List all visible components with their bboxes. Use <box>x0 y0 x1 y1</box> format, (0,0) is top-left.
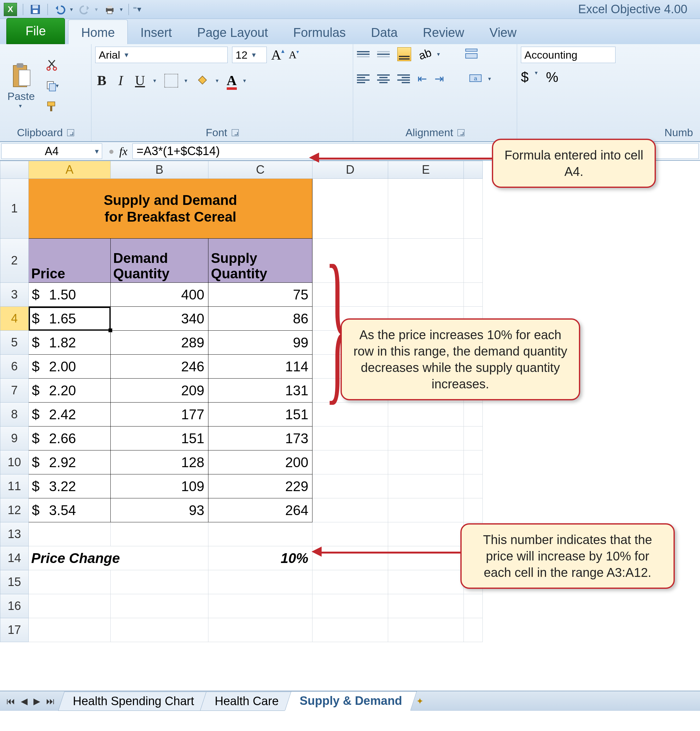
cell[interactable] <box>312 239 388 283</box>
cell[interactable] <box>111 618 209 642</box>
cell[interactable]: $ 1.82 <box>29 331 111 355</box>
decrease-font-icon[interactable]: A▾ <box>289 49 299 61</box>
print-dropdown-icon[interactable]: ▾ <box>120 6 123 13</box>
cell[interactable]: 177 <box>111 402 209 427</box>
cell[interactable] <box>312 179 388 239</box>
cell[interactable] <box>209 522 312 546</box>
cell[interactable]: 340 <box>111 307 209 331</box>
row-header[interactable]: 12 <box>0 498 29 522</box>
col-header-b[interactable]: B <box>111 161 209 179</box>
cell[interactable]: 151 <box>111 427 209 451</box>
cell[interactable] <box>464 427 483 451</box>
cell[interactable] <box>388 618 464 642</box>
cut-icon[interactable] <box>44 57 60 73</box>
cell[interactable]: 128 <box>111 451 209 474</box>
tab-nav-next-icon[interactable]: ▶ <box>32 695 42 708</box>
borders-icon[interactable] <box>164 74 178 88</box>
cell[interactable]: 151 <box>209 402 312 427</box>
align-top-icon[interactable] <box>357 51 369 57</box>
title-cell[interactable]: Supply and Demandfor Breakfast Cereal <box>29 179 312 239</box>
cell[interactable] <box>388 546 464 570</box>
font-dialog-launcher-icon[interactable] <box>232 129 239 136</box>
row-header[interactable]: 4 <box>0 307 29 331</box>
cell[interactable]: $ 2.66 <box>29 427 111 451</box>
tab-nav-prev-icon[interactable]: ◀ <box>19 695 29 708</box>
cell[interactable]: 173 <box>209 427 312 451</box>
cell[interactable] <box>29 522 111 546</box>
sheet-tab-supply-demand[interactable]: Supply & Demand <box>285 691 417 711</box>
cell[interactable] <box>312 618 388 642</box>
cell[interactable] <box>29 594 111 618</box>
borders-dropdown-icon[interactable]: ▾ <box>184 77 187 84</box>
clipboard-dialog-launcher-icon[interactable] <box>67 129 74 136</box>
cell[interactable] <box>209 618 312 642</box>
cell[interactable] <box>29 570 111 594</box>
cell[interactable] <box>388 239 464 283</box>
cell[interactable]: $ 2.00 <box>29 355 111 379</box>
undo-dropdown-icon[interactable]: ▾ <box>70 6 73 13</box>
cell[interactable] <box>312 498 388 522</box>
cell[interactable] <box>464 239 483 283</box>
bold-button[interactable]: B <box>95 72 108 88</box>
cell[interactable] <box>111 522 209 546</box>
cell[interactable]: 264 <box>209 498 312 522</box>
cell[interactable]: 229 <box>209 474 312 498</box>
cell[interactable]: 114 <box>209 355 312 379</box>
cell[interactable] <box>312 570 388 594</box>
tab-nav-first-icon[interactable]: ⏮ <box>4 695 17 708</box>
row-header[interactable]: 8 <box>0 402 29 427</box>
cell[interactable]: 289 <box>111 331 209 355</box>
decrease-indent-icon[interactable]: ⇤ <box>418 72 427 85</box>
name-box[interactable]: A4 ▾ <box>1 144 102 159</box>
cell[interactable] <box>464 594 483 618</box>
cell[interactable]: $ 2.20 <box>29 379 111 402</box>
select-all-corner[interactable] <box>0 161 29 179</box>
orientation-icon[interactable]: ab <box>417 46 433 62</box>
cell[interactable]: $ 1.65 <box>29 307 111 331</box>
align-right-icon[interactable] <box>397 74 410 83</box>
copy-icon[interactable]: ▾ <box>44 78 60 94</box>
cell[interactable] <box>388 570 464 594</box>
cell[interactable] <box>464 402 483 427</box>
cell[interactable] <box>388 498 464 522</box>
cell[interactable] <box>29 618 111 642</box>
cell[interactable]: 209 <box>111 379 209 402</box>
merge-center-icon[interactable]: a <box>469 71 482 87</box>
cell[interactable] <box>464 498 483 522</box>
cell[interactable]: 10% <box>209 546 312 570</box>
cell[interactable] <box>388 474 464 498</box>
tab-page-layout[interactable]: Page Layout <box>184 20 281 44</box>
cell[interactable] <box>312 402 388 427</box>
tab-view[interactable]: View <box>477 20 529 44</box>
currency-dropdown-icon[interactable]: ▾ <box>535 69 538 85</box>
col-header-d[interactable]: D <box>312 161 388 179</box>
italic-button[interactable]: I <box>116 72 125 88</box>
tab-insert[interactable]: Insert <box>128 20 184 44</box>
cell[interactable] <box>464 283 483 307</box>
cell[interactable]: 200 <box>209 451 312 474</box>
row-header[interactable]: 5 <box>0 331 29 355</box>
row-header[interactable]: 10 <box>0 451 29 474</box>
row-header[interactable]: 1 <box>0 179 29 239</box>
cell[interactable] <box>209 570 312 594</box>
row-header[interactable]: 9 <box>0 427 29 451</box>
fill-color-dropdown-icon[interactable]: ▾ <box>216 77 219 84</box>
col-header-c[interactable]: C <box>209 161 312 179</box>
cell[interactable]: $ 3.22 <box>29 474 111 498</box>
format-painter-icon[interactable] <box>44 98 60 115</box>
wrap-text-icon[interactable] <box>465 47 478 62</box>
underline-dropdown-icon[interactable]: ▾ <box>153 77 156 84</box>
cell[interactable] <box>388 451 464 474</box>
cell[interactable]: 99 <box>209 331 312 355</box>
increase-indent-icon[interactable]: ⇥ <box>434 72 444 85</box>
cell[interactable] <box>464 474 483 498</box>
align-left-icon[interactable] <box>357 74 369 83</box>
row-header[interactable]: 15 <box>0 570 29 594</box>
cell[interactable] <box>312 283 388 307</box>
cell[interactable] <box>312 594 388 618</box>
cell[interactable]: 93 <box>111 498 209 522</box>
row-header[interactable]: 2 <box>0 239 29 283</box>
row-header[interactable]: 7 <box>0 379 29 402</box>
row-header[interactable]: 16 <box>0 594 29 618</box>
cell[interactable]: $ 2.92 <box>29 451 111 474</box>
